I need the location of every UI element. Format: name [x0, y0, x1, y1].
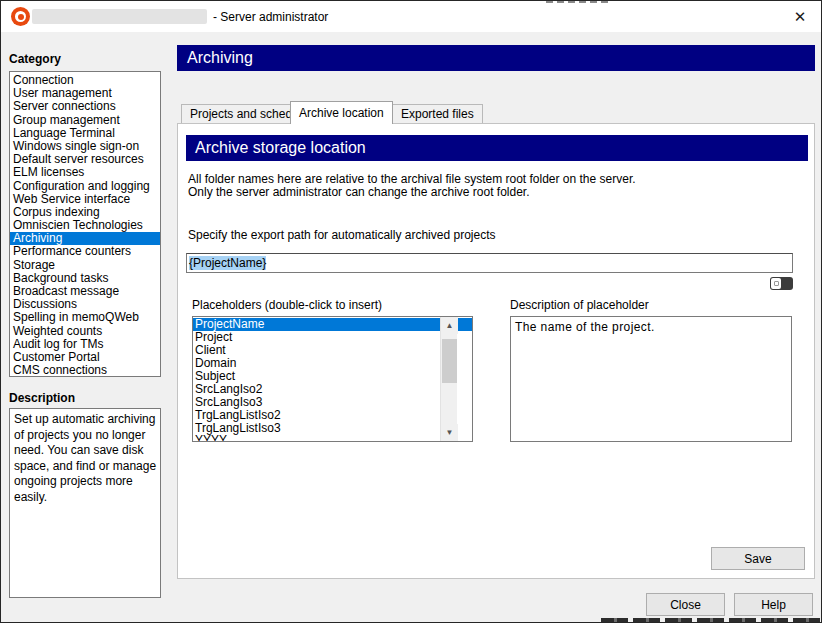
placeholder-description-label: Description of placeholder: [510, 298, 649, 312]
category-description-box: Set up automatic archiving of projects y…: [9, 408, 161, 598]
small-toggle-icon[interactable]: [770, 277, 793, 290]
export-path-label: Specify the export path for automaticall…: [188, 228, 496, 242]
list-item[interactable]: Configuration and logging: [10, 180, 160, 193]
scrollbar-thumb[interactable]: [442, 339, 457, 383]
category-heading: Category: [9, 52, 61, 66]
page-title: Archiving: [177, 45, 815, 71]
placeholders-listbox[interactable]: ProjectNameProjectClientDomainSubjectSrc…: [192, 316, 473, 442]
placeholder-item-partial[interactable]: YYYY: [193, 434, 453, 441]
scroll-up-icon[interactable]: ▲: [441, 317, 458, 334]
server-administrator-window: - Server administrator ✕ Category Connec…: [0, 0, 822, 623]
list-item[interactable]: Weighted counts: [10, 325, 160, 338]
list-item[interactable]: Web Service interface: [10, 193, 160, 206]
list-item[interactable]: ProjectName: [193, 318, 472, 331]
info-text-line2: Only the server administrator can change…: [188, 185, 530, 199]
tab-archive-location[interactable]: Archive location: [290, 101, 393, 124]
list-item[interactable]: CMS connections: [10, 364, 160, 377]
list-item[interactable]: Spelling in memoQWeb: [10, 311, 160, 324]
close-button[interactable]: Close: [646, 593, 725, 616]
archive-location-panel: Archive storage location All folder name…: [177, 123, 815, 579]
category-listbox[interactable]: ConnectionUser managementServer connecti…: [9, 71, 161, 377]
list-item[interactable]: Group management: [10, 114, 160, 127]
list-item[interactable]: Audit log for TMs: [10, 338, 160, 351]
list-item[interactable]: ELM licenses: [10, 166, 160, 179]
window-title: - Server administrator: [213, 10, 328, 24]
info-text-line1: All folder names here are relative to th…: [188, 172, 636, 186]
tab-exported-files[interactable]: Exported files: [392, 104, 483, 123]
save-button[interactable]: Save: [711, 547, 805, 570]
close-window-icon[interactable]: ✕: [789, 6, 811, 28]
toggle-knob: [771, 278, 781, 289]
list-item[interactable]: Performance counters: [10, 245, 160, 258]
selected-input-text: {ProjectName}: [189, 256, 266, 270]
list-item[interactable]: Project: [193, 331, 472, 344]
export-path-input[interactable]: {ProjectName}: [186, 253, 793, 273]
section-title: Archive storage location: [186, 135, 808, 161]
title-bar[interactable]: - Server administrator ✕: [1, 1, 821, 32]
redacted-server-name: [32, 9, 207, 24]
memoq-logo-dot: [18, 14, 24, 20]
list-item[interactable]: Language Terminal: [10, 127, 160, 140]
memoq-logo-icon: [11, 7, 30, 26]
help-button[interactable]: Help: [734, 593, 813, 616]
list-item[interactable]: Storage: [10, 259, 160, 272]
description-heading: Description: [9, 391, 75, 405]
redacted-background-fragment-bottom: [601, 618, 822, 623]
toggle-knob-mark: [774, 281, 779, 286]
list-item[interactable]: Server connections: [10, 100, 160, 113]
placeholders-label: Placeholders (double-click to insert): [192, 298, 382, 312]
placeholder-description-box: The name of the project.: [510, 316, 792, 442]
placeholders-scrollbar[interactable]: ▲ ▼: [440, 317, 457, 441]
redacted-background-fragment-top: [546, 1, 608, 3]
